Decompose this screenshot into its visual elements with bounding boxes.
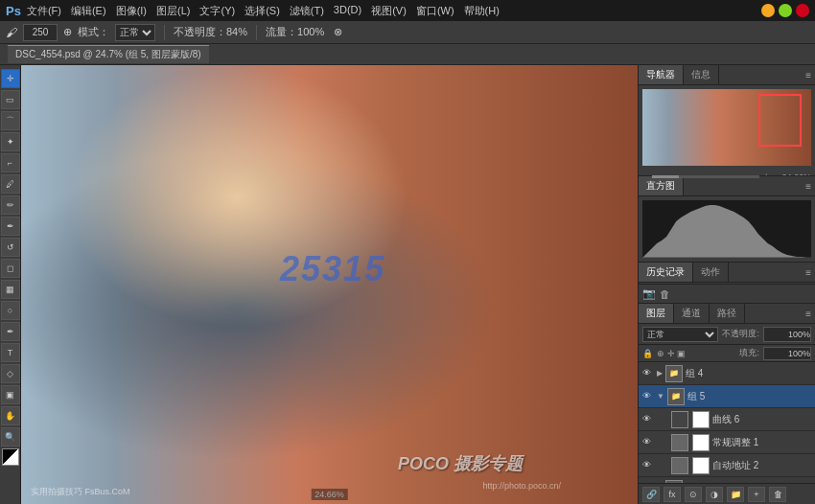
layers-list: 👁 ▶ 📁 组 4 👁 ▼ 📁 组 5 👁 (639, 362, 815, 483)
tab-channels[interactable]: 通道 (674, 304, 710, 323)
tab-info[interactable]: 信息 (684, 65, 719, 84)
brush-size-input[interactable] (23, 24, 58, 41)
nav-view-box[interactable] (758, 94, 802, 147)
gradient-tool[interactable]: ▦ (1, 280, 20, 299)
menu-layer[interactable]: 图层(L) (156, 4, 190, 18)
layer-thumb-group5: 📁 (667, 388, 685, 405)
delete-state-button[interactable]: 🗑 (660, 288, 670, 300)
layers-options-bar: 正常 不透明度: (639, 324, 815, 345)
layer-eye-group5[interactable]: 👁 (642, 391, 654, 402)
group4-arrow: ▶ (657, 369, 663, 378)
text-tool[interactable]: T (1, 343, 20, 362)
histogram-panel: 直方图 ≡ ▲ ⟳ (639, 175, 815, 262)
layer-blend-select[interactable]: 正常 (642, 327, 718, 342)
layer-opacity-input[interactable] (763, 327, 811, 342)
marquee-tool[interactable]: ▭ (1, 90, 20, 109)
close-button[interactable] (796, 4, 809, 17)
main-area: ✛ ▭ ⌒ ✦ ⌐ 🖊 ✏ ✒ ↺ ◻ ▦ ○ ✒ T ◇ ▣ ✋ 🔍 2531… (0, 65, 815, 504)
blend-mode-select[interactable]: 正常 (115, 24, 155, 41)
navigator-tabs: 导航器 信息 ≡ (639, 65, 815, 85)
zoom-slider[interactable] (652, 175, 760, 178)
menu-view[interactable]: 视图(V) (371, 4, 407, 18)
canvas-area: 25315 POCO 摄影专题 http://photo.poco.cn/ 实用… (21, 65, 638, 504)
navigator-menu-icon[interactable]: ≡ (805, 70, 811, 80)
history-actions-bar: 📷 🗑 (639, 284, 815, 303)
layer-mask-adj1 (692, 434, 710, 451)
layer-row-group4[interactable]: 👁 ▶ 📁 组 4 (639, 362, 815, 385)
add-style-button[interactable]: fx (664, 487, 681, 502)
delete-layer-button[interactable]: 🗑 (769, 487, 786, 502)
maximize-button[interactable] (779, 4, 792, 17)
menu-bar: 文件(F) 编辑(E) 图像(I) 图层(L) 文字(Y) 选择(S) 滤镜(T… (27, 4, 500, 18)
new-adjustment-button[interactable]: ◑ (706, 487, 723, 502)
menu-3d[interactable]: 3D(D) (334, 4, 361, 18)
active-doc-tab[interactable]: DSC_4554.psd @ 24.7% (组 5, 图层蒙版/8) (8, 45, 209, 63)
tab-layers[interactable]: 图层 (639, 304, 674, 323)
layer-eye-adj2[interactable]: 👁 (642, 460, 654, 471)
add-mask-button[interactable]: ⊙ (685, 487, 702, 502)
layer-row-adj2[interactable]: 👁 自动地址 2 (639, 454, 815, 477)
eraser-tool[interactable]: ◻ (1, 259, 20, 278)
path-tool[interactable]: ◇ (1, 364, 20, 383)
new-layer-button[interactable]: + (748, 487, 765, 502)
lasso-tool[interactable]: ⌒ (1, 111, 20, 130)
divider-1 (164, 25, 165, 40)
menu-filter[interactable]: 滤镜(T) (290, 4, 324, 18)
watermark-poco: POCO 摄影专题 (398, 452, 523, 475)
history-panel: 历史记录 动作 ≡ ▶ 动作 1 ▶ 起标 ▶ scharF (639, 262, 815, 303)
fg-bg-colors[interactable] (2, 448, 19, 466)
menu-edit[interactable]: 编辑(E) (71, 4, 106, 18)
photo-canvas: 25315 POCO 摄影专题 http://photo.poco.cn/ 实用… (21, 65, 638, 504)
magic-wand-tool[interactable]: ✦ (1, 132, 20, 151)
brush-tool[interactable]: ✏ (1, 195, 20, 215)
layer-name-group5: 组 5 (687, 390, 811, 403)
history-brush-tool[interactable]: ↺ (1, 238, 20, 257)
layer-eye-adj1[interactable]: 👁 (642, 437, 654, 448)
tab-actions[interactable]: 动作 (693, 263, 729, 282)
layer-row-group5[interactable]: 👁 ▼ 📁 组 5 (639, 385, 815, 408)
crop-tool[interactable]: ⌐ (1, 153, 20, 172)
menu-image[interactable]: 图像(I) (116, 4, 147, 18)
layer-eye-curve6[interactable]: 👁 (642, 414, 654, 425)
history-menu-icon[interactable]: ≡ (805, 267, 811, 278)
right-panels: 导航器 信息 ≡ – + 24.66% 直方图 (638, 65, 815, 504)
link-layers-button[interactable]: 🔗 (642, 487, 660, 502)
layer-name-adj1: 常规调整 1 (712, 436, 811, 449)
menu-help[interactable]: 帮助(H) (464, 4, 500, 18)
pen-tool[interactable]: ✒ (1, 322, 20, 341)
fill-lock-icon: 🔒 (642, 349, 653, 358)
new-group-button[interactable]: 📁 (727, 487, 744, 502)
tab-histogram[interactable]: 直方图 (639, 176, 684, 195)
shape-tool[interactable]: ▣ (1, 385, 20, 404)
window-controls (761, 4, 809, 17)
zoom-tool[interactable]: 🔍 (1, 427, 20, 447)
flow-label: 流量：100% (266, 25, 324, 39)
new-snapshot-button[interactable]: 📷 (642, 287, 656, 300)
move-tool[interactable]: ✛ (1, 69, 20, 88)
layer-eye-group4[interactable]: 👁 (642, 368, 654, 379)
layer-fill-input[interactable] (763, 347, 811, 360)
layers-menu-icon[interactable]: ≡ (805, 309, 811, 319)
eyedropper-tool[interactable]: 🖊 (1, 174, 20, 194)
clone-tool[interactable]: ✒ (1, 217, 20, 236)
tab-paths[interactable]: 路径 (710, 304, 745, 323)
doc-filename: DSC_4554.psd @ 24.7% (组 5, 图层蒙版/8) (15, 49, 201, 59)
menu-select[interactable]: 选择(S) (244, 4, 280, 18)
minimize-button[interactable] (761, 4, 775, 17)
tab-navigator[interactable]: 导航器 (639, 65, 684, 84)
menu-text[interactable]: 文字(Y) (199, 4, 235, 18)
zoom-fill (652, 175, 679, 178)
menu-file[interactable]: 文件(F) (27, 4, 61, 18)
layer-row-curve6[interactable]: 👁 曲线 6 (639, 408, 815, 431)
brush-mode-icon: ⊕ (63, 26, 72, 38)
layer-thumb-adj1 (671, 434, 688, 451)
tab-history[interactable]: 历史记录 (639, 263, 693, 282)
histogram-menu-icon[interactable]: ≡ (805, 181, 811, 192)
layer-name-curve6: 曲线 6 (712, 413, 811, 426)
hand-tool[interactable]: ✋ (1, 406, 20, 425)
history-tabs: 历史记录 动作 ≡ (639, 263, 815, 283)
menu-window[interactable]: 窗口(W) (416, 4, 454, 18)
layers-tabs: 图层 通道 路径 ≡ (639, 304, 815, 324)
layer-row-adj1[interactable]: 👁 常规调整 1 (639, 431, 815, 454)
dodge-tool[interactable]: ○ (1, 301, 20, 320)
